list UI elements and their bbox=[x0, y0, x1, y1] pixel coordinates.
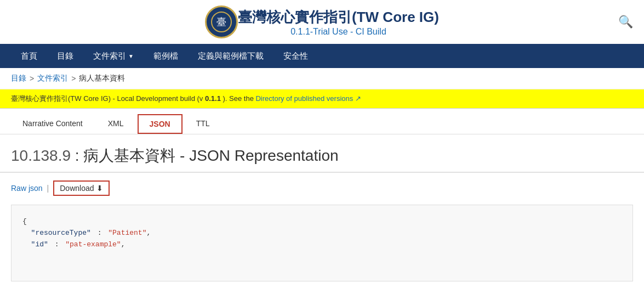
pipe-divider: | bbox=[47, 184, 49, 193]
nav-examples[interactable]: 範例檔 bbox=[144, 44, 188, 68]
section-number: 10.138.9 bbox=[11, 147, 71, 164]
code-block: { "resourceType" : "Patient", "id" : "pa… bbox=[11, 205, 633, 281]
site-title: 臺灣核心實作指引(TW Core IG) 0.1.1-Trial Use - C… bbox=[238, 8, 439, 37]
title-colon: : bbox=[75, 147, 79, 164]
site-logo: 臺 bbox=[205, 5, 238, 38]
page-header: 臺 臺灣核心實作指引(TW Core IG) 0.1.1-Trial Use -… bbox=[0, 0, 644, 44]
code-key-id: "id" bbox=[31, 240, 48, 249]
published-versions-link[interactable]: Directory of published versions ↗ bbox=[255, 94, 361, 103]
tab-json[interactable]: JSON bbox=[138, 114, 183, 134]
breadcrumb-sep-2: > bbox=[71, 74, 76, 83]
warning-text-before: 臺灣核心實作指引(TW Core IG) - Local Development… bbox=[11, 94, 205, 103]
warning-banner: 臺灣核心實作指引(TW Core IG) - Local Development… bbox=[0, 89, 644, 109]
nav-security[interactable]: 安全性 bbox=[273, 44, 318, 68]
download-label: Download bbox=[60, 184, 94, 193]
breadcrumb-current: 病人基本資料 bbox=[79, 74, 125, 83]
section-divider bbox=[0, 172, 644, 173]
code-key-resourcetype: "resourceType" bbox=[31, 229, 91, 237]
code-line-resource-type: "resourceType" : "Patient", bbox=[22, 228, 622, 239]
breadcrumb-toc[interactable]: 目錄 bbox=[11, 74, 26, 83]
raw-json-link[interactable]: Raw json bbox=[11, 184, 43, 193]
tabs-container: Narrative Content XML JSON TTL bbox=[0, 109, 644, 134]
site-title-main: 臺灣核心實作指引(TW Core IG) bbox=[238, 8, 439, 27]
download-button[interactable]: Download ⬇ bbox=[53, 180, 109, 196]
breadcrumb-sep-1: > bbox=[30, 74, 34, 83]
nav-bar: 首頁 目錄 文件索引 ▼ 範例檔 定義與範例檔下載 安全性 bbox=[0, 44, 644, 68]
download-icon: ⬇ bbox=[96, 184, 103, 193]
tab-narrative[interactable]: Narrative Content bbox=[11, 114, 94, 134]
nav-home[interactable]: 首頁 bbox=[11, 44, 47, 68]
action-bar: Raw json | Download ⬇ bbox=[0, 177, 644, 199]
nav-doc-index[interactable]: 文件索引 ▼ bbox=[83, 44, 144, 68]
nav-definitions[interactable]: 定義與範例檔下載 bbox=[188, 44, 273, 68]
tab-ttl[interactable]: TTL bbox=[185, 114, 221, 134]
nav-toc[interactable]: 目錄 bbox=[47, 44, 83, 68]
search-icon[interactable]: 🔍 bbox=[618, 15, 633, 29]
code-value-id: "pat-example" bbox=[65, 240, 121, 249]
page-title: 10.138.9 : 病人基本資料 - JSON Representation bbox=[0, 134, 644, 172]
code-line-id: "id" : "pat-example", bbox=[22, 239, 622, 251]
site-title-sub: 0.1.1-Trial Use - CI Build bbox=[238, 27, 439, 37]
chevron-down-icon: ▼ bbox=[128, 53, 134, 59]
svg-text:臺: 臺 bbox=[216, 16, 226, 27]
tab-xml[interactable]: XML bbox=[96, 114, 135, 134]
code-open-brace: { bbox=[22, 216, 622, 228]
title-text: 病人基本資料 - JSON Representation bbox=[83, 147, 338, 164]
breadcrumb: 目錄 > 文件索引 > 病人基本資料 bbox=[0, 68, 644, 89]
code-value-resourcetype: "Patient" bbox=[108, 229, 146, 237]
warning-text-after: ). See the bbox=[221, 94, 256, 103]
breadcrumb-doc-index[interactable]: 文件索引 bbox=[37, 74, 68, 83]
warning-version: 0.1.1 bbox=[205, 94, 221, 103]
